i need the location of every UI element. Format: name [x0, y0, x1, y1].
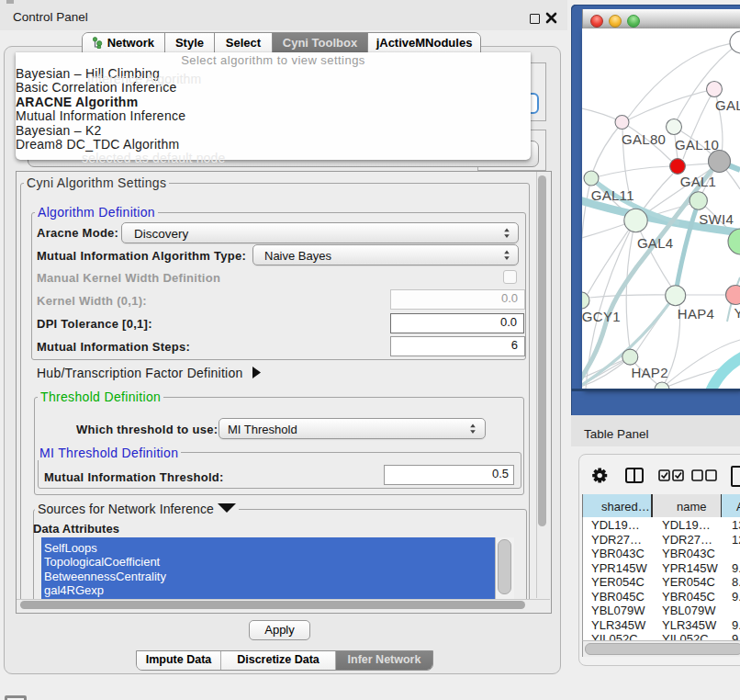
svg-text:GAL2: GAL2 [715, 97, 740, 113]
svg-text:GAL1: GAL1 [680, 174, 717, 189]
svg-text:HAP4: HAP4 [678, 306, 714, 322]
svg-text:YI: YI [734, 305, 740, 321]
svg-text:GAL4: GAL4 [637, 235, 674, 251]
svg-text:SWI4: SWI4 [699, 211, 734, 227]
svg-text:GAL80: GAL80 [622, 131, 666, 147]
svg-text:GAL10: GAL10 [675, 137, 719, 152]
svg-text:GAL11: GAL11 [591, 187, 634, 203]
svg-text:GCY1: GCY1 [582, 309, 621, 324]
svg-text:HAP2: HAP2 [631, 365, 667, 380]
